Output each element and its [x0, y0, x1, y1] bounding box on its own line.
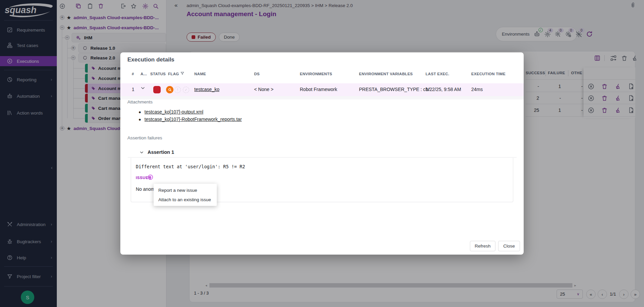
col-status: STATUS: [150, 72, 166, 76]
row-environments: Robot Framework: [300, 87, 337, 92]
assertion-header[interactable]: Assertion 1: [139, 149, 174, 155]
flag-filter-icon[interactable]: [180, 71, 185, 76]
row-num: 1: [132, 87, 134, 92]
flag-check-placeholder-icon[interactable]: ✓: [183, 87, 189, 93]
row-ds: < None >: [254, 87, 274, 92]
bullet: ●: [138, 109, 141, 115]
col-last-exec: LAST EXEC.: [426, 72, 449, 76]
modal-title: Execution details: [127, 56, 174, 63]
bullet: ●: [138, 117, 141, 122]
row-last-exec: 1/22/25, 9:58 AM: [426, 87, 461, 92]
col-name: NAME: [194, 72, 206, 76]
close-button[interactable]: Close: [498, 241, 520, 251]
execution-name-link[interactable]: testcase_ko: [194, 87, 219, 92]
attachment-link[interactable]: testcase_ko[107]-output.xml: [145, 109, 203, 115]
attachment-item: ● testcase_ko[107]-RobotFramework_report…: [138, 117, 242, 122]
attachments-label: Attachments: [127, 99, 153, 104]
col-num: #: [132, 72, 134, 76]
col-auto: A...: [140, 72, 147, 76]
refresh-button[interactable]: Refresh: [470, 241, 495, 251]
menu-item-report-new-issue[interactable]: Report a new issue: [154, 185, 217, 195]
row-expand-icon[interactable]: [140, 86, 145, 90]
col-environments: ENVIRONMENTS: [300, 72, 332, 76]
menu-item-attach-existing-issue[interactable]: Attach to an existing issue: [154, 195, 217, 204]
col-flag: FLAG: [168, 72, 179, 76]
attachment-link[interactable]: testcase_ko[107]-RobotFramework_reports.…: [145, 117, 242, 122]
row-exec-time: 24ms: [471, 87, 483, 92]
attachment-item: ● testcase_ko[107]-output.xml: [138, 109, 203, 115]
row-band: [120, 96, 524, 99]
assertion-message: Different text at 'user/login': R5 != R2: [136, 164, 245, 169]
execution-details-modal: Execution details # A... STATUS FLAG NAM…: [120, 52, 524, 255]
col-exec-time: EXECUTION TIME: [471, 72, 506, 76]
assertion-failures-label: Assertion failures: [127, 135, 162, 140]
col-ds: DS: [254, 72, 260, 76]
divider: [128, 157, 517, 158]
status-failed-icon: [153, 86, 161, 93]
no-issue-text: No anom: [136, 186, 155, 192]
flag-warning-placeholder-icon[interactable]: !: [174, 87, 181, 93]
add-issue-icon[interactable]: [147, 174, 154, 180]
flag-review-icon[interactable]: [166, 86, 173, 93]
row-env-vars: PRESTA_BROWSER_TYPE : chr...: [359, 87, 433, 92]
col-env-vars: ENVIRONMENT VARIABLES: [359, 72, 413, 76]
app-root: « admin_Squash Cloud-examples-BDD-RF_202…: [0, 0, 644, 307]
issue-context-menu: Report a new issue Attach to an existing…: [154, 184, 217, 206]
assertion-name: Assertion 1: [148, 149, 174, 155]
chevron-down-icon: [139, 150, 144, 155]
